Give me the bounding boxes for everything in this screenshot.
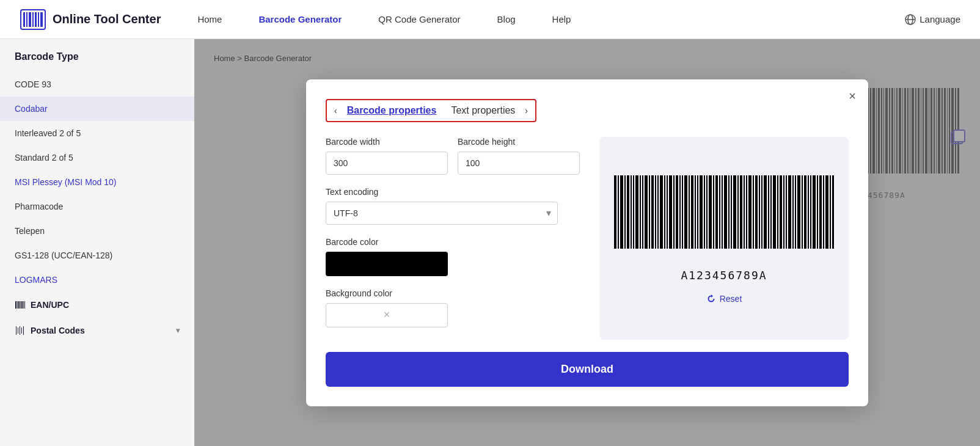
width-input[interactable] [326, 153, 448, 173]
svg-rect-99 [657, 175, 659, 249]
svg-rect-142 [788, 175, 791, 249]
barcode-color-swatch[interactable] [326, 252, 448, 276]
svg-rect-2 [26, 12, 27, 27]
main-layout: Barcode Type CODE 93 Codabar Interleaved… [0, 39, 980, 446]
svg-rect-103 [669, 175, 672, 249]
sidebar-item-standard2of5[interactable]: Standard 2 of 5 [0, 145, 194, 170]
form-group-encoding: Text encoding UTF-8 ASCII ISO-8859-1 ▾ [326, 187, 580, 225]
svg-rect-97 [651, 175, 654, 249]
tab-text-properties-label: Text properties [451, 105, 515, 116]
svg-rect-101 [664, 175, 665, 249]
encoding-label: Text encoding [326, 187, 580, 197]
svg-rect-139 [780, 175, 782, 249]
postal-barcode-icon [15, 325, 26, 336]
svg-rect-130 [753, 175, 754, 249]
modal-close-button[interactable]: × [849, 89, 856, 103]
dimensions-row: Barcode width ▲ ▼ [326, 137, 580, 175]
language-button[interactable]: Language [905, 14, 960, 25]
nav-help[interactable]: Help [552, 14, 571, 24]
nav-barcode-generator[interactable]: Barcode Generator [258, 14, 342, 24]
barcode-small-icon [15, 299, 26, 310]
sidebar-item-msi[interactable]: MSI Plessey (MSI Mod 10) [0, 170, 194, 194]
nav-home[interactable]: Home [197, 14, 222, 24]
svg-rect-1 [23, 12, 25, 27]
width-input-group: ▲ ▼ [326, 152, 448, 175]
sidebar-item-code93[interactable]: CODE 93 [0, 72, 194, 97]
height-input-group: ▲ ▼ [458, 152, 580, 175]
height-input[interactable] [458, 153, 580, 173]
svg-rect-111 [695, 175, 696, 249]
svg-rect-96 [649, 175, 650, 249]
header: Online Tool Center Home Barcode Generato… [0, 0, 980, 39]
barcode-text-label: A123456789A [681, 269, 767, 282]
svg-rect-91 [633, 175, 634, 249]
svg-rect-115 [706, 175, 708, 249]
svg-rect-132 [759, 175, 760, 249]
sidebar-item-pharmacode[interactable]: Pharmacode [0, 194, 194, 219]
svg-rect-147 [804, 175, 806, 249]
reset-label: Reset [720, 294, 742, 304]
select-arrow-icon: ▾ [540, 207, 557, 219]
svg-rect-22 [23, 326, 24, 335]
reset-button[interactable]: Reset [706, 294, 742, 304]
sidebar-item-interleaved[interactable]: Interleaved 2 of 5 [0, 121, 194, 145]
logo-icon [20, 9, 46, 31]
bg-color-swatch[interactable]: × [326, 303, 448, 327]
svg-rect-94 [642, 175, 643, 249]
svg-rect-114 [704, 175, 705, 249]
svg-rect-128 [746, 175, 747, 249]
main-nav: Home Barcode Generator QR Code Generator… [197, 14, 905, 24]
form-group-dimensions: Barcode width ▲ ▼ [326, 137, 580, 175]
svg-rect-140 [783, 175, 784, 249]
svg-rect-146 [802, 175, 803, 249]
svg-rect-86 [618, 175, 619, 249]
modal-overlay[interactable]: × ‹ Barcode properties Text properties › [194, 39, 980, 446]
tab-barcode-properties-label: Barcode properties [347, 105, 437, 116]
download-button[interactable]: Download [326, 352, 849, 387]
barcode-color-label: Barcode color [326, 237, 580, 247]
svg-rect-149 [810, 175, 811, 249]
svg-rect-126 [740, 175, 742, 249]
sidebar-item-codabar[interactable]: Codabar [0, 97, 194, 121]
form-group-barcode-color: Barcode color [326, 237, 580, 276]
width-label: Barcode width [326, 137, 448, 147]
svg-rect-134 [764, 175, 767, 249]
svg-rect-90 [631, 175, 632, 249]
bg-color-clear-icon[interactable]: × [384, 309, 390, 321]
svg-rect-109 [689, 175, 690, 249]
svg-rect-11 [15, 301, 16, 309]
svg-rect-102 [667, 175, 668, 249]
svg-rect-152 [819, 175, 822, 249]
svg-rect-113 [700, 175, 703, 249]
svg-rect-110 [691, 175, 693, 249]
language-label: Language [920, 14, 960, 24]
sidebar-group-ean-upc[interactable]: EAN/UPC [0, 292, 194, 318]
svg-rect-153 [823, 175, 824, 249]
globe-icon [905, 14, 916, 25]
sidebar-item-telepen[interactable]: Telepen [0, 219, 194, 243]
svg-rect-108 [684, 175, 687, 249]
svg-rect-16 [23, 301, 24, 309]
nav-qr-code-generator[interactable]: QR Code Generator [378, 14, 460, 24]
svg-rect-141 [786, 175, 787, 249]
nav-blog[interactable]: Blog [497, 14, 516, 24]
logo-area[interactable]: Online Tool Center [20, 9, 161, 31]
svg-rect-18 [16, 326, 16, 335]
svg-rect-144 [795, 175, 796, 249]
svg-rect-116 [709, 175, 712, 249]
tab-left-arrow: ‹ [334, 106, 337, 115]
form-group-bg-color: Background color × [326, 288, 580, 327]
svg-rect-136 [770, 175, 772, 249]
encoding-select[interactable]: UTF-8 ASCII ISO-8859-1 [326, 202, 540, 224]
sidebar-item-logmars[interactable]: LOGMARS [0, 268, 194, 292]
svg-rect-117 [713, 175, 714, 249]
svg-rect-135 [768, 175, 769, 249]
sidebar-group-postal[interactable]: Postal Codes ▾ [0, 318, 194, 343]
svg-rect-119 [719, 175, 720, 249]
svg-rect-17 [24, 301, 25, 309]
sidebar-group-ean-upc-label: EAN/UPC [31, 300, 69, 310]
tab-barcode-properties[interactable]: Barcode properties [342, 103, 442, 119]
tab-text-properties[interactable]: Text properties [446, 103, 520, 119]
sidebar-item-gs1128[interactable]: GS1-128 (UCC/EAN-128) [0, 243, 194, 268]
content-area: Home > Barcode Generator [194, 39, 980, 446]
